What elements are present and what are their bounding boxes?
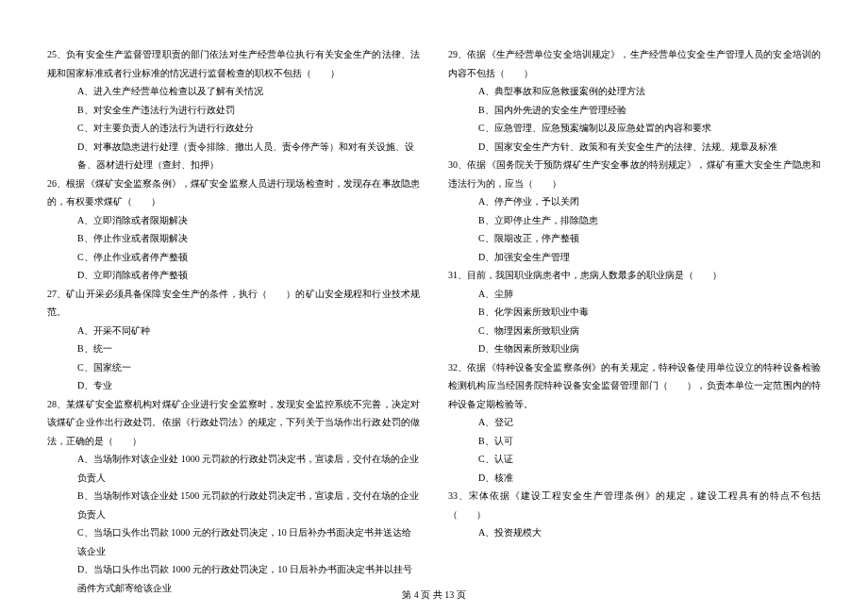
question-body: 依据《国务院关于预防煤矿生产安全事故的特别规定》，煤矿有重大安全生产隐患和违法行… (448, 159, 821, 189)
option-c: C、认证 (448, 450, 821, 469)
option-b: B、立即停止生产，排除隐患 (448, 211, 821, 230)
option-d: D、立即消除或者停产整顿 (47, 266, 420, 285)
question-text: 31、目前，我国职业病患者中，患病人数最多的职业病是（ ） (448, 266, 821, 285)
option-b: B、化学因素所致职业中毒 (448, 303, 821, 322)
question-text: 32、依据《特种设备安全监察条例》的有关规定，特种设备使用单位设立的特种设备检验… (448, 358, 821, 414)
option-c: C、国家统一 (47, 358, 420, 377)
question-text: 27、矿山开采必须具备保障安全生产的条件，执行（ ）的矿山安全规程和行业技术规范… (47, 285, 420, 322)
option-c: C、限期改正，停产整顿 (448, 229, 821, 248)
option-a: A、尘肺 (448, 285, 821, 304)
option-c: C、应急管理、应急预案编制以及应急处置的内容和要求 (448, 119, 821, 138)
question-num: 28、 (47, 399, 66, 409)
question-33: 33、宋体依据《建设工程安全生产管理条例》的规定，建设工程具有的特点不包括（ ）… (448, 487, 821, 542)
page-content: 25、负有安全生产监督管理职责的部门依法对生产经营单位执行有关安全生产的法律、法… (47, 45, 821, 573)
question-num: 32、 (448, 362, 467, 373)
question-31: 31、目前，我国职业病患者中，患病人数最多的职业病是（ ） A、尘肺 B、化学因… (448, 266, 821, 358)
question-body: 目前，我国职业病患者中，患病人数最多的职业病是（ ） (467, 270, 722, 280)
question-body: 依据《特种设备安全监察条例》的有关规定，特种设备使用单位设立的特种设备检验检测机… (448, 362, 821, 409)
question-num: 29、 (448, 49, 467, 59)
question-body: 矿山开采必须具备保障安全生产的条件，执行（ ）的矿山安全规程和行业技术规范。 (47, 289, 420, 318)
question-28: 28、某煤矿安全监察机构对煤矿企业进行安全监察时，发现安全监控系统不完善，决定对… (47, 395, 420, 598)
question-text: 29、依据《生产经营单位安全培训规定》，生产经营单位安全生产管理人员的安全培训的… (448, 45, 821, 82)
option-c: C、当场口头作出罚款 1000 元的行政处罚决定，10 日后补办书面决定书并送达… (47, 523, 420, 560)
option-a: A、登记 (448, 413, 821, 432)
question-body: 根据《煤矿安全监察条例》，煤矿安全监察人员进行现场检查时，发现存在事故隐患的，有… (47, 178, 420, 207)
question-num: 31、 (448, 270, 467, 280)
option-d: D、加强安全生产管理 (448, 248, 821, 267)
option-a: A、典型事故和应急救援案例的处理方法 (448, 82, 821, 101)
option-b: B、停止作业或者限期解决 (47, 229, 420, 248)
option-b: B、当场制作对该企业处 1500 元罚款的行政处罚决定书，宣读后，交付在场的企业… (47, 487, 420, 523)
question-text: 25、负有安全生产监督管理职责的部门依法对生产经营单位执行有关安全生产的法律、法… (47, 45, 420, 82)
option-a: A、当场制作对该企业处 1000 元罚款的行政处罚决定书，宣读后，交付在场的企业… (47, 450, 420, 487)
question-body: 某煤矿安全监察机构对煤矿企业进行安全监察时，发现安全监控系统不完善，决定对该煤矿… (47, 399, 420, 446)
option-b: B、统一 (47, 340, 420, 358)
question-text: 28、某煤矿安全监察机构对煤矿企业进行安全监察时，发现安全监控系统不完善，决定对… (47, 395, 420, 451)
option-d: D、对事故隐患进行处理（责令排除、撤出人员、责令停产等）和对有关设施、设备、器材… (47, 138, 420, 174)
question-26: 26、根据《煤矿安全监察条例》，煤矿安全监察人员进行现场检查时，发现存在事故隐患… (47, 174, 420, 285)
question-text: 26、根据《煤矿安全监察条例》，煤矿安全监察人员进行现场检查时，发现存在事故隐患… (47, 174, 420, 211)
question-text: 33、宋体依据《建设工程安全生产管理条例》的规定，建设工程具有的特点不包括（ ） (448, 487, 821, 523)
question-29: 29、依据《生产经营单位安全培训规定》，生产经营单位安全生产管理人员的安全培训的… (448, 45, 821, 156)
right-column: 29、依据《生产经营单位安全培训规定》，生产经营单位安全生产管理人员的安全培训的… (448, 45, 821, 573)
question-32: 32、依据《特种设备安全监察条例》的有关规定，特种设备使用单位设立的特种设备检验… (448, 358, 821, 488)
question-body: 负有安全生产监督管理职责的部门依法对生产经营单位执行有关安全生产的法律、法规和国… (47, 49, 420, 78)
option-a: A、停产停业，予以关闭 (448, 192, 821, 211)
option-c: C、对主要负责人的违法行为进行行政处分 (47, 119, 420, 138)
option-d: D、专业 (47, 376, 420, 395)
option-a: A、投资规模大 (448, 523, 821, 542)
option-d: D、国家安全生产方针、政策和有关安全生产的法律、法规、规章及标准 (448, 138, 821, 157)
option-b: B、认可 (448, 432, 821, 451)
option-d: D、生物因素所致职业病 (448, 340, 821, 358)
option-b: B、国内外先进的安全生产管理经验 (448, 101, 821, 120)
question-body: 依据《生产经营单位安全培训规定》，生产经营单位安全生产管理人员的安全培训的内容不… (448, 49, 821, 78)
question-num: 27、 (47, 289, 66, 299)
option-a: A、立即消除或者限期解决 (47, 211, 420, 230)
question-30: 30、依据《国务院关于预防煤矿生产安全事故的特别规定》，煤矿有重大安全生产隐患和… (448, 156, 821, 266)
option-c: C、停止作业或者停产整顿 (47, 248, 420, 267)
page-footer: 第 4 页 共 13 页 (0, 588, 868, 602)
option-d: D、核准 (448, 469, 821, 488)
option-b: B、对安全生产违法行为进行行政处罚 (47, 101, 420, 120)
question-text: 30、依据《国务院关于预防煤矿生产安全事故的特别规定》，煤矿有重大安全生产隐患和… (448, 156, 821, 192)
question-num: 26、 (47, 178, 66, 189)
question-25: 25、负有安全生产监督管理职责的部门依法对生产经营单位执行有关安全生产的法律、法… (47, 45, 420, 174)
question-num: 30、 (448, 159, 467, 170)
question-body: 宋体依据《建设工程安全生产管理条例》的规定，建设工程具有的特点不包括（ ） (448, 490, 821, 520)
option-a: A、开采不同矿种 (47, 322, 420, 340)
option-c: C、物理因素所致职业病 (448, 322, 821, 340)
question-27: 27、矿山开采必须具备保障安全生产的条件，执行（ ）的矿山安全规程和行业技术规范… (47, 285, 420, 395)
left-column: 25、负有安全生产监督管理职责的部门依法对生产经营单位执行有关安全生产的法律、法… (47, 45, 420, 573)
option-a: A、进入生产经营单位检查以及了解有关情况 (47, 82, 420, 101)
question-num: 25、 (47, 49, 66, 59)
question-num: 33、 (448, 490, 469, 501)
